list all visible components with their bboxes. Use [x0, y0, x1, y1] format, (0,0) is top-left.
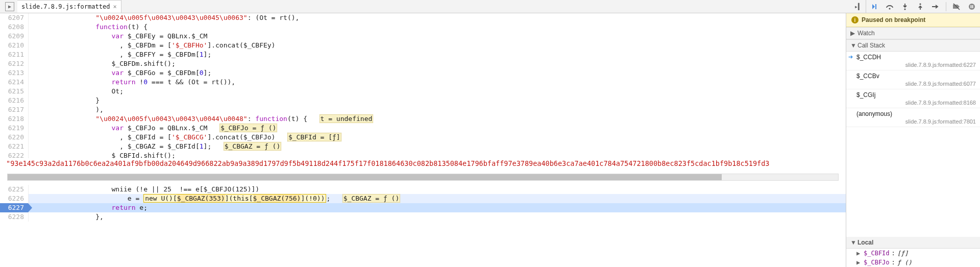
chevron-down-icon: ▼: [850, 239, 855, 246]
line-number[interactable]: 6219: [0, 124, 29, 133]
info-icon: i: [851, 16, 859, 23]
run-snippet-icon[interactable]: ▶: [5, 2, 14, 11]
chevron-right-icon: ▶: [850, 30, 855, 37]
close-icon[interactable]: ×: [113, 3, 116, 10]
stack-frame-function: $_CCBv: [856, 72, 976, 80]
stack-frame[interactable]: $_CCBvslide.7.8.9.js:formatted:6077: [846, 70, 980, 89]
line-number[interactable]: 6214: [0, 78, 29, 87]
code-content: , $_CBGAZ = $_CBFId[1]; $_CBGAZ = ƒ (): [29, 142, 846, 151]
step-icon[interactable]: [930, 2, 941, 12]
line-number[interactable]: 6209: [0, 32, 29, 41]
code-line[interactable]: 6221 , $_CBGAZ = $_CBFId[1]; $_CBGAZ = ƒ…: [0, 142, 846, 151]
chevron-right-icon: ▶: [856, 259, 862, 266]
line-number[interactable]: 6228: [0, 212, 29, 222]
code-content: wniie (!e || 25 !== e[$_CBFJO(125)]): [29, 185, 846, 194]
more-tabs-icon[interactable]: ▸▍: [852, 1, 864, 12]
line-number[interactable]: 6213: [0, 68, 29, 78]
stack-frame-location: slide.7.8.9.js:formatted:6077: [856, 81, 976, 87]
code-content: }: [29, 96, 846, 105]
stack-frame[interactable]: $_CGIjslide.7.8.9.js:formatted:8168: [846, 89, 980, 108]
pause-on-exceptions-icon[interactable]: [967, 2, 977, 12]
code-line[interactable]: 6217 ),: [0, 105, 846, 114]
line-number[interactable]: 6216: [0, 96, 29, 105]
resume-icon[interactable]: [869, 2, 879, 12]
source-tab[interactable]: slide.7.8.9.js:formatted ×: [17, 0, 121, 13]
line-number[interactable]: 6220: [0, 133, 29, 142]
svg-rect-7: [972, 5, 973, 8]
pause-banner: i Paused on breakpoint: [846, 13, 980, 27]
code-line[interactable]: 6228 },: [0, 212, 846, 222]
stack-frame-location: slide.7.8.9.js:formatted:6227: [856, 62, 976, 68]
line-number[interactable]: 6211: [0, 50, 29, 59]
code-content: return e;: [29, 203, 846, 212]
code-content: , $_CBFDm = ['$_CBFHo'].concat($_CBFEy): [29, 41, 846, 50]
code-line[interactable]: 6225 wniie (!e || 25 !== e[$_CBFJO(125)]…: [0, 185, 846, 194]
code-content: "\u0024\u005f\u0043\u0043\u0044\u0048": …: [29, 114, 846, 124]
stack-frame[interactable]: (anonymous)slide.7.8.9.js:formatted:7801: [846, 108, 980, 127]
scope-variable[interactable]: ▶$_CBFJo: ƒ (): [846, 258, 980, 267]
code-line[interactable]: 6215 Ot;: [0, 87, 846, 96]
scrollbar-thumb[interactable]: [8, 174, 722, 180]
line-number[interactable]: 6227: [0, 203, 29, 212]
svg-point-3: [919, 3, 921, 5]
step-out-icon[interactable]: [915, 2, 925, 12]
code-line[interactable]: 6214 return !0 === t && (Ot = rt()),: [0, 78, 846, 87]
long-string-overlay: "93e145c93a2da1176b0c6ea2a401af9bfb00da2…: [6, 158, 846, 168]
code-line[interactable]: 6219 var $_CBFJo = QBLnx.$_CM $_CBFJo = …: [0, 124, 846, 133]
line-number[interactable]: 6208: [0, 22, 29, 32]
stack-frame-function: $_CCDH: [856, 54, 976, 61]
source-editor[interactable]: 6207 "\u0024\u005f\u0043\u0043\u0045\u00…: [0, 13, 846, 267]
code-content: Ot;: [29, 87, 846, 96]
code-line[interactable]: 6208 function(t) {: [0, 22, 846, 32]
scope-variable-value: ƒ (): [897, 259, 912, 266]
deactivate-breakpoints-icon[interactable]: [951, 2, 962, 12]
scope-variable-name: $_CBFId: [864, 250, 890, 257]
code-line[interactable]: 6207 "\u0024\u005f\u0043\u0043\u0045\u00…: [0, 13, 846, 22]
code-line[interactable]: 6218 "\u0024\u005f\u0043\u0043\u0044\u00…: [0, 114, 846, 124]
code-line[interactable]: 6227 return e;: [0, 203, 846, 212]
line-number[interactable]: 6212: [0, 59, 29, 68]
code-content: var $_CBFJo = QBLnx.$_CM $_CBFJo = ƒ (): [29, 124, 846, 133]
code-content: var $_CBFGo = $_CBFDm[0];: [29, 68, 846, 78]
code-content: , $_CBFId = ['$_CBGCG'].concat($_CBFJo) …: [29, 133, 846, 142]
code-line[interactable]: 6216 }: [0, 96, 846, 105]
line-number[interactable]: 6225: [0, 185, 29, 194]
code-content: e = new U()[$_CBGAZ(353)](this[$_CBGAZ(7…: [29, 194, 846, 203]
code-line[interactable]: 6226 e = new U()[$_CBGAZ(353)](this[$_CB…: [0, 194, 846, 203]
code-line[interactable]: 6213 var $_CBFGo = $_CBFDm[0];: [0, 68, 846, 78]
step-into-icon[interactable]: [900, 2, 910, 12]
local-label: Local: [857, 239, 873, 246]
scope-variable-name: $_CBFJo: [864, 259, 890, 266]
watch-label: Watch: [857, 30, 875, 37]
debugger-sidebar: i Paused on breakpoint ▶ Watch ▼ Call St…: [846, 13, 980, 267]
chevron-down-icon: ▼: [850, 42, 855, 49]
svg-point-1: [889, 8, 890, 9]
code-content: $_CBFDm.shift();: [29, 59, 846, 68]
code-line[interactable]: 6209 var $_CBFEy = QBLnx.$_CM: [0, 32, 846, 41]
line-number[interactable]: 6218: [0, 114, 29, 124]
code-line[interactable]: 6220 , $_CBFId = ['$_CBGCG'].concat($_CB…: [0, 133, 846, 142]
callstack-section[interactable]: ▼ Call Stack: [846, 39, 980, 52]
watch-section[interactable]: ▶ Watch: [846, 27, 980, 39]
code-content: ),: [29, 105, 846, 114]
code-content: },: [29, 212, 846, 222]
code-line[interactable]: 6210 , $_CBFDm = ['$_CBFHo'].concat($_CB…: [0, 41, 846, 50]
line-number[interactable]: 6226: [0, 194, 29, 203]
scope-local-section[interactable]: ▼ Local: [846, 237, 980, 249]
line-number[interactable]: 6221: [0, 142, 29, 151]
line-number[interactable]: 6217: [0, 105, 29, 114]
line-number[interactable]: 6210: [0, 41, 29, 50]
horizontal-scrollbar[interactable]: [7, 174, 839, 181]
code-line[interactable]: 6212 $_CBFDm.shift();: [0, 59, 846, 68]
code-content: function(t) {: [29, 22, 846, 32]
stack-frame[interactable]: $_CCDHslide.7.8.9.js:formatted:6227: [846, 52, 980, 70]
line-number[interactable]: 6207: [0, 13, 29, 22]
code-content: var $_CBFEy = QBLnx.$_CM: [29, 32, 846, 41]
line-number[interactable]: 6215: [0, 87, 29, 96]
step-over-icon[interactable]: [885, 2, 895, 12]
scope-variable-value: [ƒ]: [897, 250, 909, 257]
callstack-label: Call Stack: [857, 42, 885, 49]
stack-frame-function: (anonymous): [856, 110, 976, 117]
code-line[interactable]: 6211 , $_CBFFY = $_CBFDm[1];: [0, 50, 846, 59]
scope-variable[interactable]: ▶$_CBFId: [ƒ]: [846, 249, 980, 258]
